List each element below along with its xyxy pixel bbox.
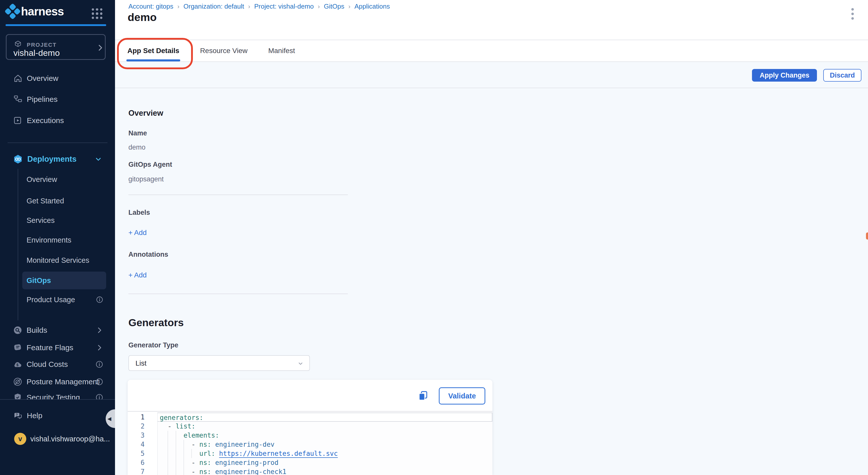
harness-logo-text: harness — [21, 5, 64, 18]
posture-icon — [13, 377, 23, 387]
tab-resource-view[interactable]: Resource View — [199, 40, 248, 61]
line-number: 6 — [128, 458, 157, 467]
line-number: 1 — [128, 413, 157, 422]
yaml-token-ws — [160, 450, 199, 457]
apply-changes-button[interactable]: Apply Changes — [752, 69, 817, 82]
info-icon — [95, 377, 104, 386]
yaml-line-2: 2 - list: — [128, 422, 492, 431]
help-label: Help — [27, 411, 42, 420]
tab-manifest[interactable]: Manifest — [267, 40, 296, 61]
yaml-line-3: 3 elements: — [128, 431, 492, 440]
breadcrumb-link-gitops[interactable]: GitOps — [324, 3, 344, 10]
yaml-token-ws — [211, 459, 215, 466]
yaml-line-content: - ns: engineering-check1 — [157, 467, 492, 475]
main-area: Account: gitops›Organization: default›Pr… — [115, 0, 868, 475]
discard-button[interactable]: Discard — [823, 69, 861, 82]
kebab-menu-icon[interactable] — [847, 6, 858, 22]
yaml-line-content: - list: — [157, 422, 492, 431]
harness-gitops-appset-page: { "brand": { "logo_text": "harness", "pr… — [0, 0, 868, 475]
sidebar-item-services[interactable]: Services — [0, 212, 115, 229]
generators-heading: Generators — [128, 317, 184, 329]
sidebar-module-label: Builds — [27, 326, 47, 335]
page-title: demo — [128, 11, 157, 24]
annotations-add-button[interactable]: + Add — [128, 271, 147, 279]
page-content: Overview Name demo GitOps Agent gitopsag… — [115, 88, 868, 475]
builds-icon — [13, 325, 23, 335]
project-selector[interactable]: PROJECT vishal-demo — [6, 34, 106, 60]
sidebar-item-get-started[interactable]: Get Started — [0, 192, 115, 210]
copy-icon[interactable] — [417, 390, 429, 402]
labels-label: Labels — [128, 209, 150, 217]
yaml-line-1: 1generators: — [128, 413, 492, 422]
breadcrumb-separator-icon: › — [178, 3, 180, 10]
indent-guide — [167, 440, 168, 449]
validate-button[interactable]: Validate — [439, 387, 485, 405]
sidebar-module-feature-flags[interactable]: Feature Flags — [0, 339, 115, 356]
yaml-token-val: engineering-prod — [215, 459, 278, 466]
indent-guide — [184, 458, 184, 467]
name-label: Name — [128, 129, 147, 137]
sidebar-module-builds[interactable]: Builds — [0, 322, 115, 339]
svg-text:$: $ — [17, 362, 19, 367]
generator-type-select[interactable]: List — [128, 355, 310, 371]
sidebar-module-posture-management[interactable]: Posture Management — [0, 373, 115, 390]
sidebar-item-label: Services — [27, 216, 55, 225]
gitops-agent-label: GitOps Agent — [128, 161, 172, 168]
chevron-right-icon — [95, 343, 104, 352]
tab-app-set-details[interactable]: App Set Details — [126, 40, 180, 61]
info-icon — [96, 296, 104, 304]
help-chat-icon: ? — [13, 411, 23, 421]
sidebar-module-deployments[interactable]: Deployments — [0, 150, 115, 168]
yaml-url-link[interactable]: https://kubernetes.default.svc — [219, 450, 338, 457]
line-number: 3 — [128, 431, 157, 440]
breadcrumb-link-account-gitops[interactable]: Account: gitops — [128, 3, 174, 10]
edge-annotation-mark — [866, 232, 868, 240]
indent-guide — [176, 449, 176, 458]
yaml-token-val: engineering-check1 — [215, 468, 286, 475]
sidebar-item-pipelines[interactable]: Pipelines — [0, 90, 115, 108]
yaml-editor[interactable]: 1generators:2 - list:3 elements:4 - ns: … — [128, 411, 492, 475]
svg-text:?: ? — [16, 413, 18, 417]
sidebar-item-gitops[interactable]: GitOps — [0, 272, 115, 289]
module-grid-icon[interactable] — [92, 8, 102, 19]
sidebar-item-label: Overview — [27, 74, 58, 83]
sidebar-item-label: Get Started — [27, 197, 64, 205]
indent-guide — [167, 458, 168, 467]
indent-guide — [167, 467, 168, 475]
user-profile[interactable]: v vishal.vishwaroop@ha... — [0, 430, 115, 448]
tab-bar: App Set DetailsResource ViewManifest — [115, 40, 868, 62]
sidebar-item-environments[interactable]: Environments — [0, 231, 115, 249]
sidebar-item-monitored-services[interactable]: Monitored Services — [0, 251, 115, 269]
harness-logo-icon — [4, 3, 21, 20]
yaml-line-content: url: https://kubernetes.default.svc — [157, 449, 492, 458]
sidebar-item-overview[interactable]: Overview — [0, 69, 115, 87]
yaml-token-key: ns: — [199, 468, 211, 475]
yaml-token-ws — [215, 450, 219, 457]
yaml-token-key: url: — [199, 450, 215, 457]
breadcrumb-link-project-vishal-demo[interactable]: Project: vishal-demo — [254, 3, 314, 10]
yaml-line-content: - ns: engineering-prod — [157, 458, 492, 467]
gitops-agent-value: gitopsagent — [128, 175, 164, 183]
yaml-token-key: elements: — [184, 432, 219, 439]
action-toolbar: Apply Changes Discard — [115, 62, 868, 88]
sidebar-module-cloud-costs[interactable]: $Cloud Costs — [0, 356, 115, 373]
yaml-line-content: - ns: engineering-dev — [157, 440, 492, 449]
sidebar-item-overview[interactable]: Overview — [0, 170, 115, 188]
sidebar-item-product-usage[interactable]: Product Usage — [0, 291, 115, 309]
executions-icon — [13, 116, 23, 125]
breadcrumb-link-applications[interactable]: Applications — [354, 3, 390, 10]
yaml-token-key: ns: — [199, 441, 211, 448]
sidebar-module-label: Feature Flags — [27, 343, 73, 352]
cube-icon — [13, 40, 23, 49]
sidebar-item-help[interactable]: ? Help — [0, 407, 115, 424]
sidebar-module-label: Cloud Costs — [27, 360, 68, 369]
yaml-token-val: engineering-dev — [215, 441, 275, 448]
collapse-arrow-icon: ◀ — [107, 416, 111, 422]
sidebar-item-executions[interactable]: Executions — [0, 112, 115, 129]
breadcrumb-link-organization-default[interactable]: Organization: default — [184, 3, 244, 10]
deployments-icon — [13, 154, 23, 164]
line-number: 4 — [128, 440, 157, 449]
yaml-token-ws — [211, 441, 215, 448]
yaml-editor-card: Validate 1generators:2 - list:3 elements… — [128, 380, 492, 475]
labels-add-button[interactable]: + Add — [128, 229, 147, 237]
